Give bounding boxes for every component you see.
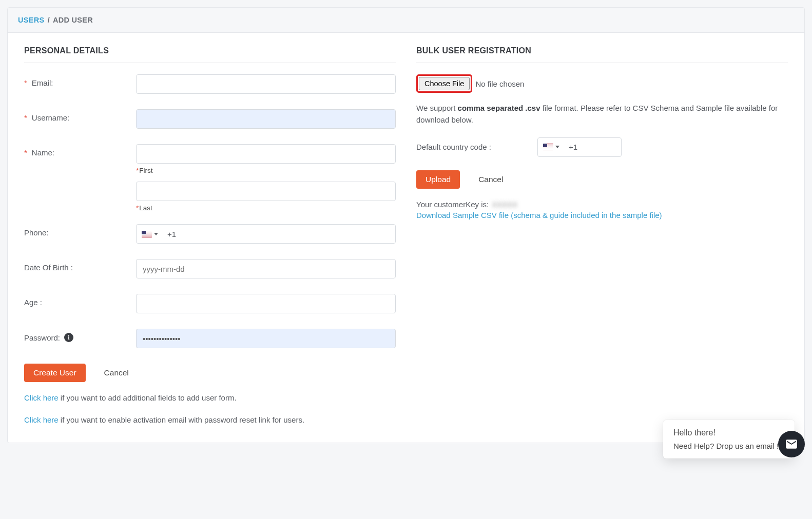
cancel-button[interactable]: Cancel [95, 364, 138, 382]
bulk-cancel-button[interactable]: Cancel [469, 170, 512, 189]
dob-label: Date Of Birth : [24, 263, 73, 272]
name-label: Name: [32, 148, 54, 157]
age-label: Age : [24, 298, 42, 307]
phone-country-selector[interactable] [137, 225, 162, 243]
chat-prompt: Need Help? Drop us an email ! [673, 442, 784, 450]
additional-fields-link[interactable]: Click here [24, 393, 59, 402]
help-additional-fields: Click here if you want to add additional… [24, 393, 396, 402]
personal-details-section: PERSONAL DETAILS *Email: *Username: *Nam… [24, 40, 396, 437]
chat-greeting: Hello there! [673, 428, 784, 437]
email-input[interactable] [136, 74, 396, 94]
default-country-code-selector[interactable]: +1 [537, 137, 622, 157]
first-name-sublabel: First [139, 167, 152, 174]
phone-input[interactable] [181, 225, 395, 243]
default-country-code-label: Default country code : [416, 143, 491, 151]
upload-button[interactable]: Upload [416, 170, 460, 189]
chevron-down-icon [154, 233, 158, 235]
chevron-down-icon [555, 146, 559, 148]
chat-tooltip: Hello there! Need Help? Drop us an email… [663, 420, 795, 450]
last-name-input[interactable] [136, 182, 396, 201]
age-input[interactable] [136, 294, 396, 313]
phone-label: Phone: [24, 228, 49, 237]
customer-key-label: Your customerKey is: [416, 200, 489, 209]
username-label: Username: [32, 113, 69, 122]
add-user-card: USERS / ADD USER PERSONAL DETAILS *Email… [7, 7, 805, 443]
breadcrumb: USERS / ADD USER [8, 8, 804, 33]
default-dial-code: +1 [564, 143, 583, 151]
personal-details-title: PERSONAL DETAILS [24, 40, 396, 63]
phone-input-wrap: +1 [136, 224, 396, 244]
mail-icon [785, 437, 798, 450]
choose-file-highlight: Choose File [416, 74, 472, 93]
phone-dial-code: +1 [162, 230, 181, 238]
bulk-registration-title: BULK USER REGISTRATION [416, 40, 788, 63]
password-label: Password: [24, 333, 60, 342]
bulk-registration-section: BULK USER REGISTRATION Choose File No fi… [416, 40, 788, 437]
dob-input[interactable] [136, 259, 396, 278]
customer-key-value: XXXXX [492, 200, 517, 209]
help-activation-email: Click here if you want to enable activat… [24, 415, 396, 424]
password-input[interactable] [136, 329, 396, 348]
file-status: No file chosen [475, 79, 524, 88]
email-label: Email: [32, 78, 53, 87]
breadcrumb-users[interactable]: USERS [18, 16, 44, 24]
us-flag-icon [142, 231, 152, 237]
create-user-button[interactable]: Create User [24, 364, 86, 382]
download-sample-link[interactable]: Download Sample CSV file (schema & guide… [416, 211, 788, 219]
us-flag-icon [543, 144, 553, 150]
breadcrumb-sep: / [48, 16, 50, 24]
choose-file-button[interactable]: Choose File [419, 77, 470, 90]
username-input[interactable] [136, 109, 396, 129]
breadcrumb-current: ADD USER [53, 16, 93, 24]
info-icon[interactable]: i [64, 333, 73, 342]
activation-email-link[interactable]: Click here [24, 415, 59, 424]
first-name-input[interactable] [136, 144, 396, 164]
last-name-sublabel: Last [139, 204, 152, 212]
csv-description: We support comma separated .csv file for… [416, 102, 788, 126]
